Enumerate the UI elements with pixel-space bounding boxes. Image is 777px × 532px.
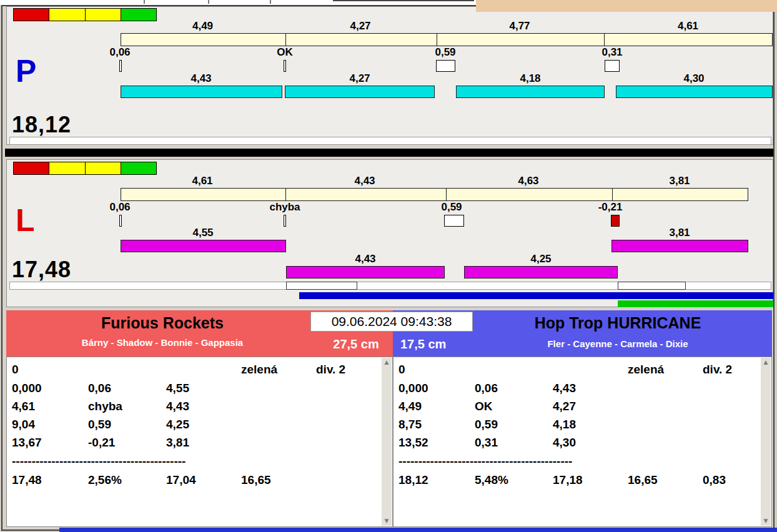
lane-p-panel: 4,49 4,27 4,77 4,61 0,06 OK 0,59 0,31 P …	[6, 6, 773, 145]
result-cell	[553, 363, 628, 377]
split-time-label: 4,49	[121, 21, 285, 31]
split-bar-tick	[446, 189, 447, 200]
scroll-up-icon[interactable]: ▲	[761, 358, 771, 367]
split-bar-tick	[285, 189, 286, 200]
start-lights	[13, 162, 157, 175]
split-bar-tick	[285, 34, 286, 46]
right-results-panel[interactable]: 0 zelená div. 2 0,000 0,06 4,43 4,49 OK …	[393, 357, 772, 527]
dog-time-label: 4,18	[487, 73, 574, 84]
result-row: 0,000 0,06 4,55	[12, 382, 316, 395]
race-progress-bar-green	[618, 300, 773, 307]
result-cell: 0,000	[398, 382, 475, 395]
left-results-panel[interactable]: 0 zelená div. 2 0,000 0,06 4,55 4,61 chy…	[6, 357, 393, 527]
dog-time-label: 4,43	[322, 254, 409, 264]
lane-l-letter: L	[16, 205, 35, 236]
crossing-label: 0,59	[420, 47, 470, 57]
result-separator: ----------------------------------------…	[12, 455, 248, 468]
result-cell: 17,18	[553, 473, 628, 487]
split-time-label: 4,61	[603, 21, 773, 31]
result-row: 0 zelená div. 2	[12, 363, 345, 377]
start-light-green	[121, 9, 156, 21]
result-cell: 13,67	[12, 436, 88, 450]
split-time-label: 4,61	[159, 175, 246, 186]
result-row: 4,49 OK 4,27	[398, 400, 703, 413]
scrollbar[interactable]: ▲ ▼	[382, 358, 392, 526]
result-cell: 13,52	[398, 436, 475, 450]
dog-time-bar	[285, 86, 435, 98]
result-cell: 4,49	[398, 400, 475, 413]
crossing-label: 0,06	[95, 47, 145, 57]
dog-time-label: 4,25	[497, 254, 585, 264]
race-progress-bar-blue	[299, 292, 773, 299]
scrollbar[interactable]: ▲ ▼	[761, 358, 771, 526]
scroll-down-icon[interactable]: ▼	[382, 516, 392, 526]
result-cell: 17,48	[12, 473, 88, 487]
dog-time-label: 3,81	[636, 227, 723, 238]
crossing-indicator-tick	[284, 60, 286, 72]
start-light-yellow-2	[86, 162, 121, 174]
right-team-name: Hop Trop HURRICANE	[465, 314, 771, 332]
result-cell	[628, 418, 703, 431]
start-light-green	[121, 162, 156, 174]
result-cell	[241, 400, 316, 413]
result-cell	[166, 363, 241, 377]
start-light-yellow-1	[49, 9, 85, 21]
crossing-indicator-tick	[119, 215, 122, 227]
result-cell: 4,61	[12, 400, 88, 413]
result-row: 0 zelená div. 2	[398, 363, 732, 377]
split-bar-tick	[437, 34, 437, 46]
start-light-red	[14, 162, 49, 174]
bottom-edge-strip	[59, 528, 777, 532]
result-cell: 18,12	[398, 473, 475, 487]
dog-time-label: 4,55	[159, 227, 247, 238]
result-cell: 9,04	[12, 418, 88, 431]
split-bar	[121, 188, 748, 201]
scroll-up-icon[interactable]: ▲	[382, 358, 392, 367]
result-row: 17,48 2,56% 17,04 16,65	[12, 473, 316, 487]
left-team-dogs: Bárny - Shadow - Bonnie - Gappasia	[6, 337, 319, 348]
crossing-indicator-box	[444, 215, 464, 227]
lane-p-letter: P	[16, 56, 36, 87]
start-light-red	[14, 9, 49, 21]
lane-l-panel: 4,61 4,43 4,63 3,81 0,06 chyba 0,59 -0,2…	[6, 159, 773, 307]
crossing-label: chyba	[260, 202, 310, 212]
crossing-label: 0,31	[587, 47, 637, 57]
crossing-indicator-tick	[284, 215, 286, 227]
result-cell: 0	[12, 363, 88, 377]
result-cell	[241, 418, 316, 431]
crossing-label: -0,21	[585, 202, 635, 212]
result-cell: 4,27	[553, 400, 628, 413]
result-cell: div. 2	[703, 363, 732, 377]
result-cell: 4,55	[166, 382, 241, 395]
result-cell	[628, 382, 703, 395]
split-time-label: 4,63	[485, 175, 572, 186]
result-cell: 8,75	[398, 418, 475, 431]
start-light-yellow-2	[86, 9, 121, 21]
result-cell	[475, 363, 553, 377]
result-cell: chyba	[88, 400, 166, 413]
result-row: 0,000 0,06 4,43	[398, 382, 703, 395]
left-team-name: Furious Rockets	[6, 314, 319, 332]
dog-time-label: 4,30	[650, 73, 738, 84]
crossing-indicator-tick	[119, 60, 122, 72]
result-cell: 0,06	[475, 382, 553, 395]
result-cell: 0,59	[475, 418, 553, 431]
empty-progress-strip	[9, 137, 771, 145]
crossing-indicator-box	[436, 60, 455, 72]
lane-l-total-time: 17,48	[12, 259, 71, 281]
progress-marker-box	[286, 282, 357, 290]
result-cell: zelená	[628, 363, 703, 377]
dog-time-bar	[464, 266, 618, 278]
result-cell	[628, 436, 703, 450]
scroll-down-icon[interactable]: ▼	[761, 516, 771, 526]
screen: 4,49 4,27 4,77 4,61 0,06 OK 0,59 0,31 P …	[0, 0, 777, 532]
background-window-fragment	[208, 0, 209, 4]
start-lights	[13, 8, 157, 21]
lane-p-total-time: 18,12	[12, 114, 71, 136]
crossing-label: OK	[260, 47, 310, 57]
result-cell: 2,56%	[88, 473, 166, 487]
result-cell: 0,31	[475, 436, 553, 450]
split-bar-tick	[612, 189, 613, 200]
result-cell: zelená	[241, 363, 316, 377]
lane-divider	[5, 149, 773, 157]
